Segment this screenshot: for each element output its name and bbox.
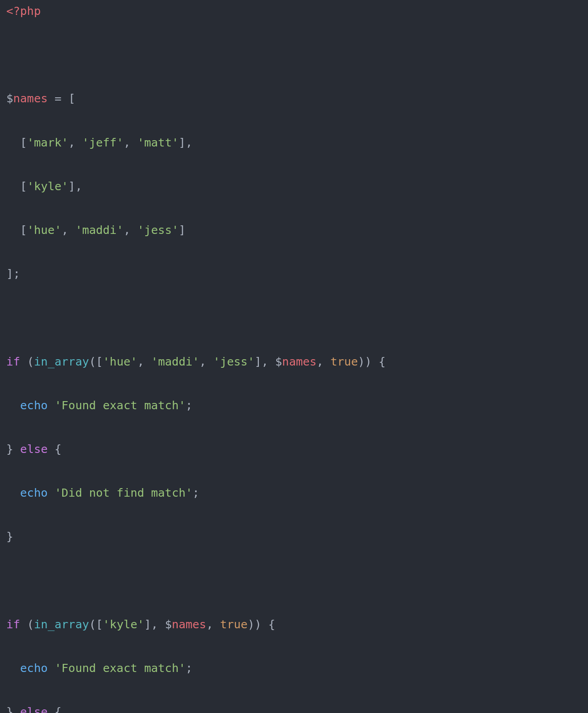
code-line[interactable]: } else { xyxy=(6,438,582,460)
token-punc xyxy=(48,442,55,456)
token-punc: , xyxy=(69,136,75,149)
token-str: 'kyle' xyxy=(27,179,69,193)
token-punc xyxy=(130,223,137,237)
token-punc: ] xyxy=(179,223,185,237)
token-punc: { xyxy=(55,705,61,713)
token-call: in_array xyxy=(34,617,89,631)
token-punc xyxy=(13,705,20,713)
token-punc xyxy=(262,617,268,631)
code-line[interactable]: ['hue', 'maddi', 'jess'] xyxy=(6,219,582,241)
token-punc: [ xyxy=(69,91,75,105)
token-punc: , xyxy=(206,617,213,631)
code-line[interactable]: $names = [ xyxy=(6,87,582,110)
token-punc: [ xyxy=(96,355,103,368)
code-line[interactable]: ]; xyxy=(6,263,582,285)
token-punc xyxy=(20,355,27,368)
code-line[interactable] xyxy=(6,306,582,329)
token-punc xyxy=(48,705,55,713)
token-punc: ) xyxy=(365,355,372,368)
token-str: 'Found exact match' xyxy=(55,398,185,412)
token-punc: ; xyxy=(193,486,199,499)
token-punc xyxy=(6,223,20,237)
token-punc xyxy=(158,617,165,631)
token-punc xyxy=(48,91,55,105)
token-punc: , xyxy=(138,355,144,368)
token-str: 'jess' xyxy=(213,355,255,368)
code-line[interactable]: } else { xyxy=(6,701,582,713)
code-line[interactable]: echo 'Found exact match'; xyxy=(6,394,582,416)
code-line[interactable] xyxy=(6,44,582,66)
token-punc xyxy=(144,355,151,368)
code-line[interactable]: echo 'Found exact match'; xyxy=(6,657,582,679)
token-punc xyxy=(13,442,20,456)
code-line[interactable]: if (in_array(['hue', 'maddi', 'jess'], $… xyxy=(6,351,582,373)
token-punc: , xyxy=(199,355,206,368)
token-punc xyxy=(6,136,20,149)
token-punc: } xyxy=(6,705,13,713)
token-punc: ) xyxy=(254,617,261,631)
token-punc xyxy=(130,136,137,149)
token-fn: echo xyxy=(20,661,48,675)
token-punc xyxy=(69,223,75,237)
token-bool: true xyxy=(220,617,248,631)
token-punc: ; xyxy=(13,267,20,280)
token-punc: ) xyxy=(248,617,254,631)
token-str: 'jess' xyxy=(138,223,179,237)
token-var: names xyxy=(13,91,47,105)
token-punc: ] xyxy=(144,617,151,631)
token-punc: { xyxy=(268,617,275,631)
token-punc xyxy=(372,355,378,368)
token-punc: $ xyxy=(165,617,172,631)
token-var: names xyxy=(282,355,317,368)
token-punc: = xyxy=(55,91,61,105)
token-kw: if xyxy=(6,355,20,368)
token-punc: , xyxy=(61,223,68,237)
token-punc: ] xyxy=(179,136,185,149)
token-punc: [ xyxy=(20,136,27,149)
token-punc: } xyxy=(6,530,13,543)
token-punc: ] xyxy=(254,355,261,368)
token-punc: ) xyxy=(358,355,365,368)
token-punc: [ xyxy=(20,223,27,237)
code-line[interactable]: <?php xyxy=(6,0,582,22)
token-str: 'Found exact match' xyxy=(55,661,185,675)
token-punc: , xyxy=(151,617,158,631)
token-punc: ( xyxy=(89,355,96,368)
token-punc xyxy=(61,91,68,105)
token-punc xyxy=(323,355,330,368)
token-punc xyxy=(213,617,220,631)
token-punc: $ xyxy=(275,355,282,368)
token-punc: ] xyxy=(69,179,75,193)
token-punc xyxy=(268,355,275,368)
token-kw: else xyxy=(20,442,48,456)
token-punc: , xyxy=(317,355,323,368)
code-editor[interactable]: <?php $names = [ ['mark', 'jeff', 'matt'… xyxy=(0,0,588,713)
token-punc: ; xyxy=(185,661,192,675)
token-str: 'Did not find match' xyxy=(55,486,193,499)
token-var: names xyxy=(172,617,206,631)
code-line[interactable]: ['mark', 'jeff', 'matt'], xyxy=(6,132,582,154)
code-line[interactable]: } xyxy=(6,526,582,548)
token-str: 'maddi' xyxy=(75,223,124,237)
code-line[interactable]: ['kyle'], xyxy=(6,175,582,197)
token-punc xyxy=(6,661,20,675)
token-punc xyxy=(6,486,20,499)
token-fn: echo xyxy=(20,486,48,499)
token-str: 'kyle' xyxy=(103,617,144,631)
token-fn: echo xyxy=(20,398,48,412)
token-punc: , xyxy=(124,136,130,149)
token-kw: else xyxy=(20,705,48,713)
token-str: 'hue' xyxy=(27,223,61,237)
code-line[interactable] xyxy=(6,569,582,591)
token-str: 'matt' xyxy=(138,136,179,149)
token-call: in_array xyxy=(34,355,89,368)
token-punc: , xyxy=(262,355,268,368)
code-line[interactable]: if (in_array(['kyle'], $names, true)) { xyxy=(6,613,582,635)
token-kw: if xyxy=(6,617,20,631)
token-punc xyxy=(75,136,82,149)
token-punc xyxy=(6,398,20,412)
token-punc xyxy=(206,355,213,368)
token-punc xyxy=(48,398,55,412)
code-line[interactable]: echo 'Did not find match'; xyxy=(6,482,582,504)
token-punc: , xyxy=(75,179,82,193)
